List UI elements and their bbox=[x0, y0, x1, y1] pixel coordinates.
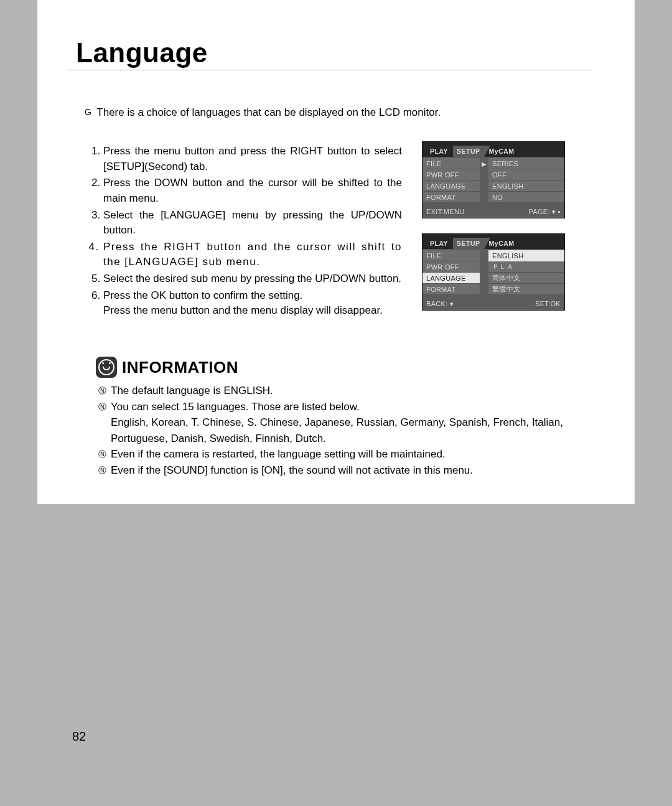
step-5: Select the desired sub menu by pressing … bbox=[103, 271, 402, 287]
page-title: Language bbox=[76, 37, 591, 68]
information-header: INFORMATION bbox=[96, 357, 591, 378]
info-item-3: Ⓝ Even if the camera is restarted, the l… bbox=[98, 446, 591, 462]
lcd1-body: FILE ▶ SERIES PWR OFF OFF LANGUAGE bbox=[422, 157, 564, 218]
lcd2-spacer-2 bbox=[480, 273, 488, 284]
lcd1-arrow-icon: ▶ bbox=[480, 158, 488, 169]
information-list: Ⓝ The default language is ENGLISH. Ⓝ You… bbox=[98, 383, 591, 478]
step-6-main: Press the OK button to confirm the setti… bbox=[103, 289, 302, 301]
lcd1-pwroff-label: PWR OFF bbox=[422, 169, 480, 180]
lcd2-file-label: FILE bbox=[422, 250, 480, 261]
info-item-1: Ⓝ The default language is ENGLISH. bbox=[98, 383, 591, 399]
lcd1-tabs: PLAY SETUP MyCAM bbox=[422, 142, 564, 157]
information-title: INFORMATION bbox=[122, 358, 238, 377]
step-6: Press the OK button to confirm the setti… bbox=[103, 288, 402, 319]
lcd1-file-label: FILE bbox=[422, 158, 480, 169]
title-bar: Language bbox=[68, 37, 591, 77]
page-root: Language G There is a choice of language… bbox=[0, 0, 672, 806]
lcd2-pwroff-label: PWR OFF bbox=[422, 261, 480, 273]
step-4: Press the RIGHT button and the cursor wi… bbox=[103, 240, 402, 270]
lcd-screenshot-2: PLAY SETUP MyCAM FILE ENGLISH PWR OFF bbox=[422, 233, 565, 311]
info-text-1: The default language is ENGLISH. bbox=[111, 383, 591, 399]
info-marker-icon: Ⓝ bbox=[98, 448, 107, 464]
intro-line: G There is a choice of languages that ca… bbox=[85, 106, 591, 119]
information-face-icon bbox=[96, 357, 117, 378]
lcd2-language-label: LANGUAGE bbox=[422, 273, 480, 284]
info-marker-icon: Ⓝ bbox=[98, 385, 107, 401]
lcd2-tabs: PLAY SETUP MyCAM bbox=[422, 234, 564, 249]
lcd1-language-label: LANGUAGE bbox=[422, 180, 480, 192]
lcd2-tab-play: PLAY bbox=[426, 238, 452, 249]
step-3: Select the [LANGUAGE] menu by pressing t… bbox=[103, 208, 402, 238]
lcd1-foot-left: EXIT:MENU bbox=[426, 208, 464, 215]
lcd1-tab-setup: SETUP bbox=[453, 146, 484, 157]
info-language-list: English, Korean, T. Chinese, S. Chinese,… bbox=[111, 416, 563, 444]
lcd2-file-value: ENGLISH bbox=[488, 250, 564, 261]
lcd2-pwroff-value: ＰＬＡ bbox=[488, 261, 564, 273]
lcd1-footer: EXIT:MENU PAGE: ▾ ▪ bbox=[422, 205, 564, 218]
lcd2-spacer-0 bbox=[480, 250, 488, 261]
lcd2-format-value: 繁體中文 bbox=[488, 284, 564, 295]
lcd2-format-label: FORMAT bbox=[422, 284, 480, 295]
lcd1-foot-right: PAGE: ▾ ▪ bbox=[528, 208, 561, 216]
step-1: Press the menu button and press the RIGH… bbox=[103, 144, 402, 174]
lcd2-tab-setup: SETUP bbox=[453, 238, 484, 249]
lcd2-row-language: LANGUAGE 简体中文 bbox=[422, 273, 564, 284]
lcd2-row-pwroff: PWR OFF ＰＬＡ bbox=[422, 261, 564, 273]
lcd2-foot-right: SET:OK bbox=[535, 300, 561, 307]
content-card: Language G There is a choice of language… bbox=[37, 0, 635, 504]
lcd2-spacer-1 bbox=[480, 261, 488, 273]
info-marker-icon: Ⓝ bbox=[98, 464, 107, 480]
info-text-3: Even if the camera is restarted, the lan… bbox=[111, 446, 591, 462]
lcd1-file-value: SERIES bbox=[488, 158, 564, 169]
info-text-4: Even if the [SOUND] function is [ON], th… bbox=[111, 462, 591, 479]
step-2: Press the DOWN button and the cursor wil… bbox=[103, 176, 402, 206]
lcd-column: PLAY SETUP MyCAM FILE ▶ SERIES PWR OFF bbox=[422, 130, 591, 326]
lcd2-footer: BACK: ▾ SET:OK bbox=[422, 298, 564, 310]
content-grid: Press the menu button and press the RIGH… bbox=[68, 130, 591, 326]
lcd2-row-format: FORMAT 繁體中文 bbox=[422, 284, 564, 295]
lcd1-row-language: LANGUAGE ENGLISH bbox=[422, 180, 564, 192]
lcd1-tab-play: PLAY bbox=[426, 146, 452, 157]
intro-bullet-icon: G bbox=[85, 107, 91, 117]
lcd1-pwroff-value: OFF bbox=[488, 169, 564, 180]
lcd-screenshot-1: PLAY SETUP MyCAM FILE ▶ SERIES PWR OFF bbox=[422, 141, 565, 218]
lcd1-row-pwroff: PWR OFF OFF bbox=[422, 169, 564, 180]
page-number: 82 bbox=[72, 729, 86, 744]
lcd1-spacer-3 bbox=[480, 192, 488, 203]
info-text-2: You can select 15 languages. Those are l… bbox=[111, 399, 591, 447]
intro-text: There is a choice of languages that can … bbox=[96, 106, 441, 118]
lcd1-row-file: FILE ▶ SERIES bbox=[422, 158, 564, 169]
steps-column: Press the menu button and press the RIGH… bbox=[68, 130, 402, 320]
info-text-2-main: You can select 15 languages. Those are l… bbox=[111, 401, 360, 413]
lcd2-body: FILE ENGLISH PWR OFF ＰＬＡ LANGUAGE bbox=[422, 249, 564, 310]
steps-list: Press the menu button and press the RIGH… bbox=[88, 144, 402, 319]
info-item-4: Ⓝ Even if the [SOUND] function is [ON], … bbox=[98, 462, 591, 479]
info-marker-icon: Ⓝ bbox=[98, 401, 107, 449]
lcd1-language-value: ENGLISH bbox=[488, 180, 564, 192]
lcd2-row-file: FILE ENGLISH bbox=[422, 250, 564, 261]
lcd1-spacer-1 bbox=[480, 169, 488, 180]
lcd2-spacer-3 bbox=[480, 284, 488, 295]
lcd1-row-format: FORMAT NO bbox=[422, 192, 564, 203]
lcd1-spacer-2 bbox=[480, 180, 488, 192]
info-item-2: Ⓝ You can select 15 languages. Those are… bbox=[98, 399, 591, 447]
lcd1-format-label: FORMAT bbox=[422, 192, 480, 203]
lcd2-language-value: 简体中文 bbox=[488, 273, 564, 284]
lcd1-format-value: NO bbox=[488, 192, 564, 203]
lcd2-foot-left: BACK: ▾ bbox=[426, 300, 454, 308]
step-6-extra: Press the menu button and the menu displ… bbox=[103, 303, 402, 319]
title-underline bbox=[68, 70, 591, 70]
